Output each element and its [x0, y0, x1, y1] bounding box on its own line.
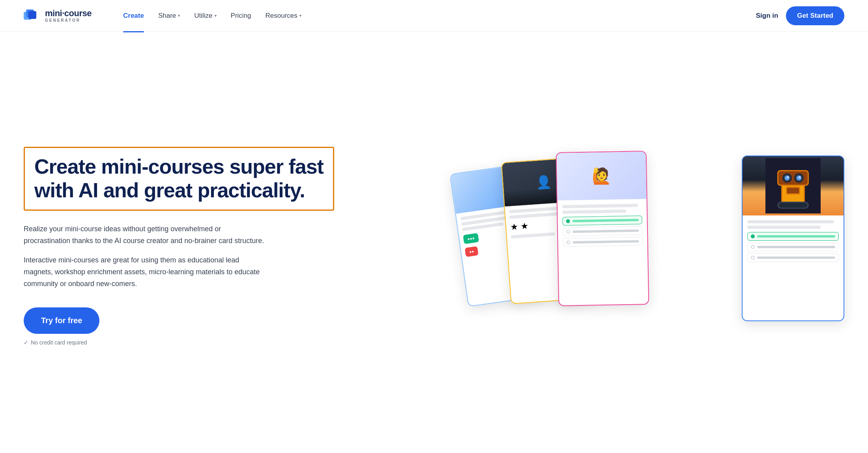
checkmark-icon: ✓	[24, 339, 28, 346]
navigation: mini·course GENERATOR Create Share ▾ Uti…	[0, 0, 868, 32]
sign-in-button[interactable]: Sign in	[756, 12, 778, 20]
radio-checked	[566, 219, 570, 223]
no-credit-note: ✓ No credit card required	[24, 339, 435, 346]
svg-rect-17	[787, 188, 799, 193]
chevron-down-icon: ▾	[299, 13, 301, 18]
svg-point-15	[799, 176, 801, 178]
hero-description-2: Interactive mini-courses are great for u…	[24, 255, 268, 290]
logo-icon	[24, 9, 41, 23]
try-for-free-button[interactable]: Try for free	[24, 307, 99, 334]
chevron-down-icon: ▾	[178, 13, 180, 18]
nav-create[interactable]: Create	[123, 10, 144, 21]
wall-e-image	[743, 156, 844, 215]
radio-unchecked	[566, 240, 570, 244]
hero-section: Create mini-courses super fast with AI a…	[0, 32, 868, 453]
logo-sub: GENERATOR	[45, 19, 92, 22]
nav-actions: Sign in Get Started	[756, 6, 844, 25]
svg-point-10	[785, 176, 789, 180]
hero-title-box: Create mini-courses super fast with AI a…	[24, 147, 334, 211]
svg-point-11	[787, 176, 789, 178]
chevron-down-icon: ▾	[215, 13, 217, 18]
logo-name: mini·course	[45, 9, 92, 18]
svg-rect-19	[779, 203, 807, 208]
svg-rect-2	[28, 11, 36, 19]
radio-checked	[751, 234, 755, 238]
nav-share[interactable]: Share ▾	[158, 10, 180, 21]
course-cards-illustration: ●●● ●● 👤 ★ ★	[451, 144, 844, 349]
nav-utilize[interactable]: Utilize ▾	[194, 10, 216, 21]
course-card-3: 🙋	[556, 151, 649, 306]
hero-description-1: Realize your mini-course ideas without g…	[24, 223, 268, 247]
nav-links: Create Share ▾ Utilize ▾ Pricing Resourc…	[123, 10, 756, 21]
nav-pricing[interactable]: Pricing	[231, 10, 251, 21]
hero-content: Create mini-courses super fast with AI a…	[24, 147, 451, 345]
radio-unchecked	[751, 256, 755, 260]
svg-point-14	[797, 176, 801, 180]
nav-resources[interactable]: Resources ▾	[266, 10, 301, 21]
hero-title: Create mini-courses super fast with AI a…	[34, 155, 324, 202]
course-card-4	[742, 155, 844, 321]
radio-unchecked	[751, 245, 755, 249]
wall-e-svg	[765, 158, 821, 213]
radio-unchecked	[566, 230, 570, 234]
get-started-button[interactable]: Get Started	[786, 6, 844, 25]
logo[interactable]: mini·course GENERATOR	[24, 9, 92, 23]
hero-illustration: ●●● ●● 👤 ★ ★	[451, 144, 844, 349]
